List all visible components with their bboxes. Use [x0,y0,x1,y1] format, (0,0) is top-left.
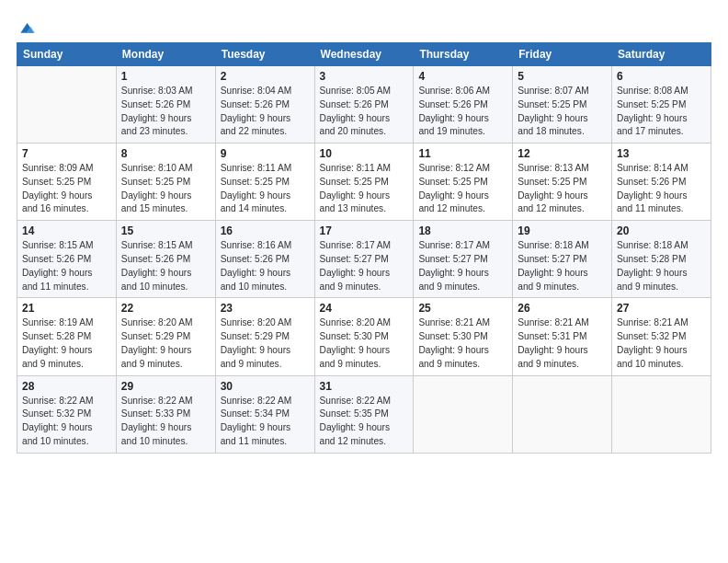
day-info: Sunrise: 8:12 AMSunset: 5:25 PMDaylight:… [418,162,507,216]
calendar-cell [612,375,711,453]
week-row-4: 21Sunrise: 8:19 AMSunset: 5:28 PMDayligh… [17,298,711,375]
day-number: 19 [518,224,607,237]
day-number: 2 [221,70,310,83]
day-info: Sunrise: 8:21 AMSunset: 5:31 PMDaylight:… [518,316,607,371]
page-container: SundayMondayTuesdayWednesdayThursdayFrid… [0,0,728,463]
weekday-header-thursday: Thursday [414,43,513,66]
calendar-cell: 11Sunrise: 8:12 AMSunset: 5:25 PMDayligh… [414,144,513,221]
day-info: Sunrise: 8:04 AMSunset: 5:26 PMDaylight:… [221,85,310,139]
day-info: Sunrise: 8:05 AMSunset: 5:26 PMDaylight:… [320,85,409,139]
calendar-cell: 17Sunrise: 8:17 AMSunset: 5:27 PMDayligh… [314,221,414,298]
day-info: Sunrise: 8:20 AMSunset: 5:29 PMDaylight:… [121,316,210,371]
calendar-cell: 2Sunrise: 8:04 AMSunset: 5:26 PMDaylight… [215,66,314,144]
calendar-cell: 9Sunrise: 8:11 AMSunset: 5:25 PMDaylight… [215,144,314,221]
week-row-1: 1Sunrise: 8:03 AMSunset: 5:26 PMDaylight… [17,66,711,144]
day-number: 29 [121,380,210,393]
calendar-cell [513,375,612,453]
calendar-table: SundayMondayTuesdayWednesdayThursdayFrid… [17,42,711,454]
day-number: 10 [320,147,409,160]
day-number: 16 [221,224,310,237]
day-number: 26 [518,302,607,315]
day-number: 28 [22,380,111,393]
day-number: 5 [518,70,607,83]
calendar-cell: 15Sunrise: 8:15 AMSunset: 5:26 PMDayligh… [116,221,215,298]
calendar-cell: 16Sunrise: 8:16 AMSunset: 5:26 PMDayligh… [215,221,314,298]
day-info: Sunrise: 8:15 AMSunset: 5:26 PMDaylight:… [22,239,111,293]
calendar-cell: 7Sunrise: 8:09 AMSunset: 5:25 PMDaylight… [17,144,117,221]
day-info: Sunrise: 8:13 AMSunset: 5:25 PMDaylight:… [518,162,607,216]
weekday-header-sunday: Sunday [17,43,117,66]
calendar-cell: 26Sunrise: 8:21 AMSunset: 5:31 PMDayligh… [513,298,612,375]
calendar-cell [414,375,513,453]
day-number: 11 [418,147,507,160]
day-number: 20 [617,224,706,237]
day-info: Sunrise: 8:22 AMSunset: 5:32 PMDaylight:… [22,395,111,449]
week-row-5: 28Sunrise: 8:22 AMSunset: 5:32 PMDayligh… [17,375,711,453]
day-number: 13 [617,147,706,160]
week-row-2: 7Sunrise: 8:09 AMSunset: 5:25 PMDaylight… [17,144,711,221]
logo-icon [18,20,35,37]
day-number: 18 [418,224,507,237]
day-number: 3 [320,70,409,83]
day-info: Sunrise: 8:16 AMSunset: 5:26 PMDaylight:… [221,239,310,293]
calendar-cell: 24Sunrise: 8:20 AMSunset: 5:30 PMDayligh… [314,298,414,375]
day-number: 6 [617,70,706,83]
day-number: 31 [320,380,409,393]
calendar-cell: 5Sunrise: 8:07 AMSunset: 5:25 PMDaylight… [513,66,612,144]
calendar-cell: 29Sunrise: 8:22 AMSunset: 5:33 PMDayligh… [116,375,215,453]
calendar-cell: 13Sunrise: 8:14 AMSunset: 5:26 PMDayligh… [612,144,711,221]
calendar-cell: 22Sunrise: 8:20 AMSunset: 5:29 PMDayligh… [116,298,215,375]
day-info: Sunrise: 8:14 AMSunset: 5:26 PMDaylight:… [617,162,706,216]
weekday-header-wednesday: Wednesday [314,43,414,66]
day-info: Sunrise: 8:03 AMSunset: 5:26 PMDaylight:… [121,85,210,139]
day-info: Sunrise: 8:17 AMSunset: 5:27 PMDaylight:… [320,239,409,293]
day-info: Sunrise: 8:11 AMSunset: 5:25 PMDaylight:… [221,162,310,216]
day-info: Sunrise: 8:10 AMSunset: 5:25 PMDaylight:… [121,162,210,216]
day-info: Sunrise: 8:22 AMSunset: 5:33 PMDaylight:… [121,395,210,449]
calendar-cell: 19Sunrise: 8:18 AMSunset: 5:27 PMDayligh… [513,221,612,298]
day-info: Sunrise: 8:08 AMSunset: 5:25 PMDaylight:… [617,85,706,139]
calendar-cell: 25Sunrise: 8:21 AMSunset: 5:30 PMDayligh… [414,298,513,375]
day-info: Sunrise: 8:11 AMSunset: 5:25 PMDaylight:… [320,162,409,216]
day-info: Sunrise: 8:17 AMSunset: 5:27 PMDaylight:… [418,239,507,293]
weekday-header-monday: Monday [116,43,215,66]
weekday-header-saturday: Saturday [612,43,711,66]
calendar-cell: 10Sunrise: 8:11 AMSunset: 5:25 PMDayligh… [314,144,414,221]
day-number: 25 [418,302,507,315]
week-row-3: 14Sunrise: 8:15 AMSunset: 5:26 PMDayligh… [17,221,711,298]
day-number: 12 [518,147,607,160]
day-info: Sunrise: 8:06 AMSunset: 5:26 PMDaylight:… [418,85,507,139]
day-number: 21 [22,302,111,315]
calendar-cell: 3Sunrise: 8:05 AMSunset: 5:26 PMDaylight… [314,66,414,144]
day-info: Sunrise: 8:09 AMSunset: 5:25 PMDaylight:… [22,162,111,216]
weekday-header-tuesday: Tuesday [215,43,314,66]
header [17,17,711,37]
logo [17,20,35,37]
day-info: Sunrise: 8:20 AMSunset: 5:30 PMDaylight:… [320,316,409,371]
day-number: 23 [221,302,310,315]
day-info: Sunrise: 8:22 AMSunset: 5:34 PMDaylight:… [221,395,310,449]
day-info: Sunrise: 8:21 AMSunset: 5:32 PMDaylight:… [617,316,706,371]
day-number: 8 [121,147,210,160]
day-info: Sunrise: 8:19 AMSunset: 5:28 PMDaylight:… [22,316,111,371]
calendar-cell: 14Sunrise: 8:15 AMSunset: 5:26 PMDayligh… [17,221,117,298]
calendar-cell: 27Sunrise: 8:21 AMSunset: 5:32 PMDayligh… [612,298,711,375]
day-number: 7 [22,147,111,160]
calendar-cell: 30Sunrise: 8:22 AMSunset: 5:34 PMDayligh… [215,375,314,453]
day-info: Sunrise: 8:21 AMSunset: 5:30 PMDaylight:… [418,316,507,371]
day-info: Sunrise: 8:07 AMSunset: 5:25 PMDaylight:… [518,85,607,139]
day-info: Sunrise: 8:22 AMSunset: 5:35 PMDaylight:… [320,395,409,449]
calendar-cell [17,66,117,144]
day-number: 15 [121,224,210,237]
day-number: 27 [617,302,706,315]
calendar-cell: 31Sunrise: 8:22 AMSunset: 5:35 PMDayligh… [314,375,414,453]
weekday-header-friday: Friday [513,43,612,66]
calendar-cell: 12Sunrise: 8:13 AMSunset: 5:25 PMDayligh… [513,144,612,221]
day-number: 14 [22,224,111,237]
day-info: Sunrise: 8:18 AMSunset: 5:27 PMDaylight:… [518,239,607,293]
day-info: Sunrise: 8:20 AMSunset: 5:29 PMDaylight:… [221,316,310,371]
day-number: 4 [418,70,507,83]
calendar-cell: 4Sunrise: 8:06 AMSunset: 5:26 PMDaylight… [414,66,513,144]
day-info: Sunrise: 8:18 AMSunset: 5:28 PMDaylight:… [617,239,706,293]
day-number: 24 [320,302,409,315]
